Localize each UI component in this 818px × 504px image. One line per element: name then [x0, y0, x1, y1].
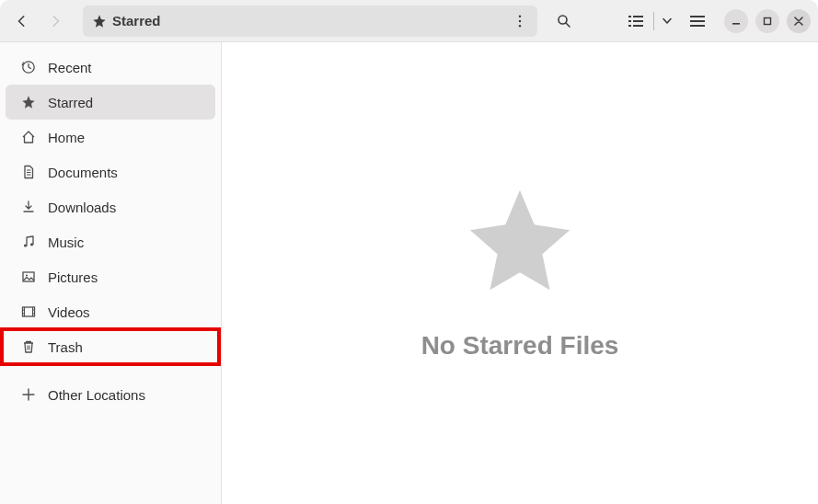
kebab-icon — [518, 15, 522, 28]
video-icon — [20, 304, 37, 319]
sidebar-item-recent[interactable]: Recent — [6, 50, 215, 85]
main-content: No Starred Files — [222, 42, 818, 504]
divider — [653, 12, 654, 30]
headerbar: Starred — [0, 0, 818, 42]
picture-icon — [20, 269, 37, 284]
svg-rect-11 — [690, 16, 705, 17]
svg-point-20 — [26, 275, 28, 277]
sidebar-item-label: Music — [48, 235, 84, 250]
chevron-right-icon — [49, 15, 62, 28]
sidebar-item-label: Pictures — [48, 269, 98, 285]
sidebar-item-trash[interactable]: Trash — [6, 329, 215, 364]
svg-rect-10 — [633, 25, 643, 27]
sidebar-item-label: Documents — [48, 165, 118, 180]
sidebar-item-starred[interactable]: Starred — [6, 85, 215, 120]
star-icon — [460, 180, 580, 304]
hamburger-menu-button[interactable] — [682, 6, 713, 37]
sidebar-item-label: Trash — [48, 339, 83, 355]
svg-rect-9 — [628, 25, 631, 27]
minimize-button[interactable] — [724, 9, 748, 33]
sidebar-item-videos[interactable]: Videos — [6, 294, 215, 329]
home-icon — [20, 130, 37, 144]
close-button[interactable] — [787, 9, 811, 33]
svg-point-0 — [519, 15, 521, 17]
svg-rect-6 — [633, 16, 643, 17]
svg-rect-13 — [690, 25, 705, 27]
trash-icon — [20, 339, 37, 354]
sidebar-item-other-locations[interactable]: Other Locations — [6, 377, 215, 412]
svg-point-18 — [30, 243, 33, 246]
sidebar-item-label: Home — [48, 130, 85, 145]
download-icon — [20, 200, 37, 214]
sidebar-item-documents[interactable]: Documents — [6, 155, 215, 189]
svg-rect-12 — [690, 20, 705, 22]
search-icon — [557, 14, 571, 29]
sidebar-item-downloads[interactable]: Downloads — [6, 189, 215, 224]
star-icon — [92, 14, 107, 29]
forward-button[interactable] — [40, 6, 70, 36]
sidebar-item-label: Videos — [48, 304, 90, 320]
sidebar: Recent Starred Home Documents Downloads — [0, 42, 222, 504]
sidebar-item-label: Other Locations — [48, 387, 145, 403]
back-button[interactable] — [7, 6, 37, 36]
svg-point-17 — [24, 244, 27, 246]
svg-rect-5 — [628, 16, 631, 17]
star-icon — [20, 95, 37, 109]
svg-point-2 — [519, 25, 521, 27]
search-button[interactable] — [548, 6, 580, 37]
window-controls — [724, 9, 811, 33]
header-right — [620, 6, 811, 37]
sidebar-item-label: Downloads — [48, 200, 116, 215]
plus-icon — [20, 388, 37, 401]
empty-state-text: No Starred Files — [421, 331, 619, 361]
svg-rect-14 — [732, 23, 740, 25]
path-label: Starred — [112, 13, 161, 29]
chevron-down-icon — [662, 17, 672, 25]
chevron-left-icon — [16, 15, 29, 28]
svg-rect-7 — [628, 20, 631, 22]
svg-line-4 — [566, 23, 570, 27]
clock-icon — [20, 60, 37, 74]
sidebar-item-label: Starred — [48, 95, 93, 110]
list-icon — [628, 15, 643, 28]
document-icon — [20, 165, 37, 179]
svg-point-1 — [519, 19, 521, 21]
maximize-icon — [763, 17, 772, 26]
music-icon — [20, 235, 37, 249]
body-area: Recent Starred Home Documents Downloads — [0, 42, 818, 504]
list-view-button[interactable] — [620, 6, 651, 37]
svg-rect-8 — [633, 20, 643, 22]
sidebar-item-music[interactable]: Music — [6, 224, 215, 259]
sidebar-item-label: Recent — [48, 60, 92, 75]
sidebar-item-pictures[interactable]: Pictures — [6, 259, 215, 294]
hamburger-icon — [690, 16, 705, 27]
pathbar[interactable]: Starred — [83, 6, 537, 37]
view-options-button[interactable] — [656, 6, 678, 37]
sidebar-item-home[interactable]: Home — [6, 120, 215, 155]
close-icon — [794, 17, 803, 26]
svg-rect-15 — [765, 17, 771, 24]
minimize-icon — [732, 17, 741, 26]
path-menu-button[interactable] — [508, 9, 532, 33]
view-mode-group — [620, 6, 678, 37]
maximize-button[interactable] — [755, 9, 779, 33]
